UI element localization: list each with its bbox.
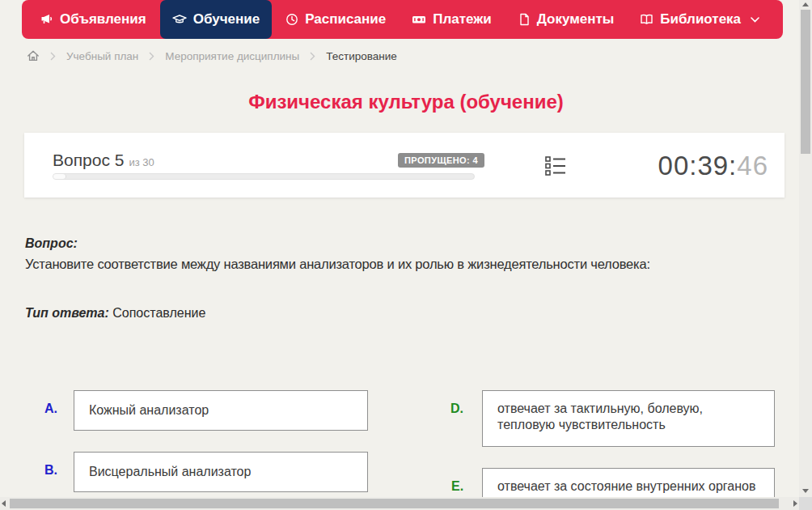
- match-item-b-text: Висцеральный анализатор: [89, 465, 251, 479]
- nav-item-schedule[interactable]: Расписание: [273, 0, 398, 39]
- nav-item-label: Расписание: [305, 11, 386, 28]
- match-letter-a: A.: [44, 402, 57, 416]
- nav-item-label: Документы: [537, 11, 615, 28]
- skipped-badge: ПРОПУЩЕНО: 4: [398, 153, 484, 168]
- question-total-label: из 30: [129, 156, 154, 168]
- horizontal-scrollbar[interactable]: [0, 497, 799, 510]
- nav-item-library[interactable]: Библиотека: [628, 0, 772, 39]
- match-item-d[interactable]: отвечает за тактильную, болевую, теплову…: [482, 390, 775, 447]
- scroll-left-arrow-icon[interactable]: [2, 500, 6, 507]
- clock-icon: [285, 13, 298, 26]
- nav-item-label: Обучение: [193, 11, 260, 28]
- answer-type: Тип ответа: Сопоставление: [25, 306, 205, 321]
- horizontal-scrollbar-thumb[interactable]: [10, 499, 779, 508]
- breadcrumb-item-discipline-event[interactable]: Мероприятие дисциплины: [165, 50, 299, 62]
- match-letter-d: D.: [450, 402, 463, 416]
- question-list-button[interactable]: [545, 155, 566, 181]
- vertical-scrollbar[interactable]: [799, 0, 812, 510]
- megaphone-icon: [40, 13, 53, 26]
- nav-item-payments[interactable]: Платежи: [400, 0, 504, 39]
- chevron-right-icon: [50, 52, 56, 61]
- timer-minutes: 00:39:: [658, 151, 738, 181]
- main-nav: Объявления Обучение Расписание Платежи Д…: [22, 0, 783, 39]
- banknote-icon: [412, 13, 426, 26]
- scroll-down-arrow-icon[interactable]: [802, 489, 809, 493]
- nav-item-label: Библиотека: [660, 11, 741, 28]
- breadcrumb: Учебный план Мероприятие дисциплины Тест…: [27, 49, 397, 62]
- chevron-right-icon: [310, 52, 315, 61]
- answer-type-value: Сопоставление: [112, 306, 205, 320]
- match-item-d-text: отвечает за тактильную, болевую, теплову…: [497, 402, 703, 431]
- document-icon: [518, 13, 531, 26]
- nav-item-label: Объявления: [60, 11, 146, 28]
- question-progress-bar: [53, 173, 475, 180]
- scroll-up-arrow-icon[interactable]: [802, 2, 809, 6]
- question-header-card: Вопрос 5из 30 ПРОПУЩЕНО: 4 00:39:46: [24, 133, 785, 198]
- question-label: Вопрос:: [25, 236, 78, 251]
- nav-item-learning[interactable]: Обучение: [160, 0, 272, 39]
- vertical-scrollbar-thumb[interactable]: [801, 10, 810, 154]
- graduation-cap-icon: [172, 13, 187, 26]
- home-icon[interactable]: [27, 49, 40, 62]
- nav-item-label: Платежи: [433, 11, 492, 28]
- question-progress-fill: [53, 174, 66, 179]
- match-letter-b: B.: [44, 463, 57, 478]
- nav-item-documents[interactable]: Документы: [505, 0, 627, 39]
- timer-seconds: 46: [737, 151, 768, 181]
- chevron-right-icon: [149, 52, 154, 61]
- breadcrumb-item-testing: Тестирование: [326, 50, 397, 62]
- timer: 00:39:46: [658, 151, 768, 181]
- book-icon: [640, 13, 653, 26]
- scrollbar-corner: [799, 497, 812, 510]
- match-item-b[interactable]: Висцеральный анализатор: [74, 452, 368, 492]
- chevron-down-icon: [751, 17, 759, 23]
- match-item-a-text: Кожный анализатор: [89, 403, 209, 418]
- question-number-label: Вопрос 5: [53, 151, 124, 169]
- list-icon: [545, 155, 566, 177]
- scroll-right-arrow-icon[interactable]: [793, 500, 797, 507]
- breadcrumb-item-study-plan[interactable]: Учебный план: [66, 50, 138, 62]
- question-number: Вопрос 5из 30: [53, 151, 154, 170]
- answer-type-label: Тип ответа:: [25, 306, 109, 320]
- match-item-a[interactable]: Кожный анализатор: [74, 390, 368, 431]
- nav-item-announcements[interactable]: Объявления: [28, 0, 159, 39]
- match-item-e-text: отвечает за состояние внутренних органов: [497, 479, 755, 493]
- page-title: Физическая культура (обучение): [0, 91, 812, 113]
- question-text: Установите соответствие между названиями…: [25, 257, 761, 272]
- match-letter-e: E.: [451, 479, 463, 494]
